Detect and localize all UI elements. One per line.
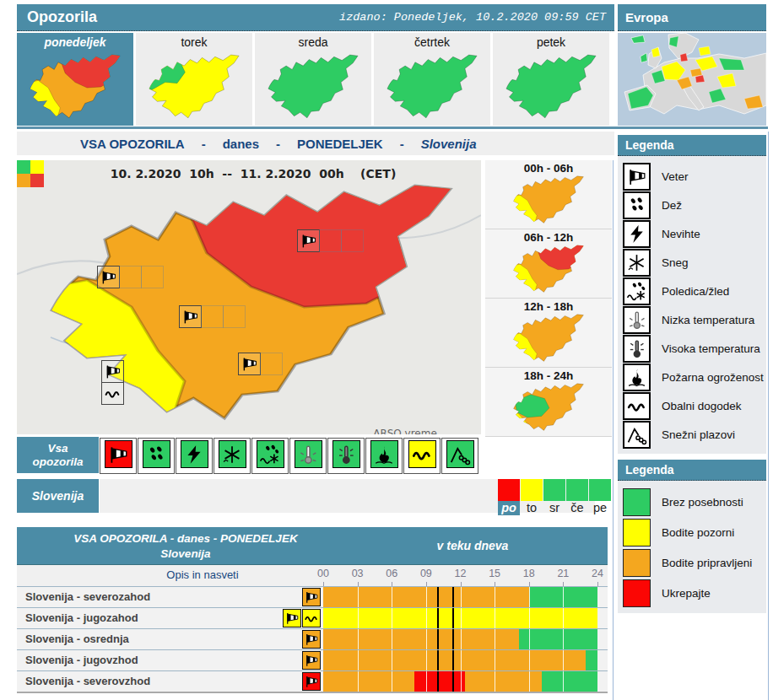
day-tab-label: četrtek [374,33,490,51]
bar-gridline [461,650,462,670]
legend-warning-types: Legenda VeterDežNevihteSnegPoledica/žled… [618,135,766,454]
legend-type-label: Dež [662,199,682,212]
day-label[interactable]: po [498,501,520,515]
warning-type-cell[interactable] [176,438,213,474]
legend-type-item: Visoka temperatura [623,334,766,363]
warning-type-cell[interactable] [365,438,403,474]
warning-type-cell[interactable] [214,438,251,474]
day-cell[interactable]: to [521,479,543,515]
current-time-marker [452,629,454,649]
empty-grid-cell [319,229,342,252]
table-header-right: v teku dneva [380,539,565,552]
day-tab[interactable]: torek [136,33,252,126]
time-map-label: 12h - 18h [485,299,612,313]
legend-items: Brez posebnostiBodite pozorniBodite prip… [618,481,766,613]
bar-gridline [392,671,392,692]
slovenia-label: Slovenija [17,479,99,513]
day-label[interactable]: sr [543,501,565,515]
warning-row: Slovenija - jugovzhod [17,649,608,670]
all-warnings-strip [100,438,478,474]
legend-level-label: Bodite pripravljeni [662,557,752,569]
day-tab-label: sreda [255,33,371,51]
europe-map[interactable] [618,33,766,126]
day-tabs: ponedeljektoreksredačetrtekpetek [17,33,614,126]
legend-type-label: Poledica/žled [662,285,729,298]
legend-type-label: Požarna ogroženost [662,371,764,384]
hour-label: 18 [523,568,535,579]
title-part: PONEDELJEK [297,137,383,151]
hour-label: 24 [592,568,603,579]
day-tab[interactable]: sreda [255,33,371,126]
all-warnings-label: Vsa opozorila [17,437,99,473]
legend-items: VeterDežNevihteSnegPoledica/žledNizka te… [618,156,766,454]
slovenia-mini-map [493,51,609,122]
bar-gridline [461,608,462,628]
nizka-temperatura-icon [623,306,651,334]
bar-gridline [426,587,427,607]
day-cell[interactable]: sr [543,479,565,515]
warning-type-cell[interactable] [441,438,478,474]
day-selector: potosrčepe [498,479,612,515]
bar-gridline [461,587,462,607]
empty-grid-cell [341,229,364,252]
title-part: VSA OPOZORILA [80,137,185,151]
level-color-cell [17,160,30,174]
day-cell[interactable]: po [498,479,520,515]
frame-line [613,160,614,700]
region-name[interactable]: Slovenija - osrednja [25,633,129,645]
bar-gridline [495,629,495,649]
region-warning-icons [275,588,321,606]
legend-level-item: Brez posebnosti [623,487,766,517]
region-name[interactable]: Slovenija - jugozahod [25,611,138,624]
region-name[interactable]: Slovenija - jugovzhod [25,654,138,666]
bar-gridline [426,608,427,628]
warning-bar-segment [414,671,465,692]
bar-gridline [529,671,530,692]
region-name[interactable]: Slovenija - severovzhod [25,675,150,687]
current-time-marker [437,629,439,649]
header-bar: Opozorila izdano: Ponedeljek, 10.2.2020 … [17,4,614,31]
warning-type-cell[interactable] [251,438,289,474]
level-color-swatch [623,579,651,607]
day-label[interactable]: če [566,501,588,515]
frame-line [768,132,769,700]
time-maps: 00h - 06h06h - 12h12h - 18h18h - 24h [485,160,612,439]
warning-type-cell[interactable] [289,438,327,474]
bar-gridline [529,608,530,628]
warning-bar-segment [323,629,519,649]
day-tab[interactable]: četrtek [374,33,490,126]
warning-row: Slovenija - jugozahod [17,607,608,628]
legend-type-label: Nizka temperatura [662,314,754,326]
slovenia-warning-map[interactable]: 10. 2.2020 10h -- 11. 2.2020 00h (CET) A… [17,160,481,434]
day-level-swatch [589,479,611,501]
obalni-dogodek-icon [302,609,321,627]
region-name[interactable]: Slovenija - severozahod [25,590,150,603]
warning-type-cell[interactable] [138,438,175,474]
day-tab-label: petek [493,33,609,51]
title-separator: - [400,137,404,151]
bar-gridline [426,650,427,670]
warning-type-cell[interactable] [403,438,441,474]
day-level-swatch [543,479,565,501]
warning-type-cell[interactable] [327,438,365,474]
legend-level-item: Bodite pripravljeni [623,547,766,578]
obalni-dogodek-icon [623,392,651,420]
day-label[interactable]: to [521,501,543,515]
time-map: 06h - 12h [485,229,612,299]
day-cell[interactable]: pe [589,479,611,515]
warning-row: Slovenija - severozahod [17,586,608,607]
legend-type-label: Obalni dogodek [662,400,742,412]
day-label[interactable]: pe [589,501,611,515]
page-title: Opozorila [17,8,97,26]
day-cell[interactable]: če [566,479,588,515]
warning-type-cell[interactable] [100,438,137,474]
slovenia-mini-map [374,51,490,122]
legend-title: Legenda [618,460,766,481]
warning-bar-segment [519,629,597,649]
day-tab[interactable]: ponedeljek [17,33,133,126]
veter-icon [623,163,651,191]
day-tab[interactable]: petek [493,33,609,126]
veter-icon [283,609,301,627]
current-time-marker [452,608,454,628]
bar-gridline [495,587,495,607]
